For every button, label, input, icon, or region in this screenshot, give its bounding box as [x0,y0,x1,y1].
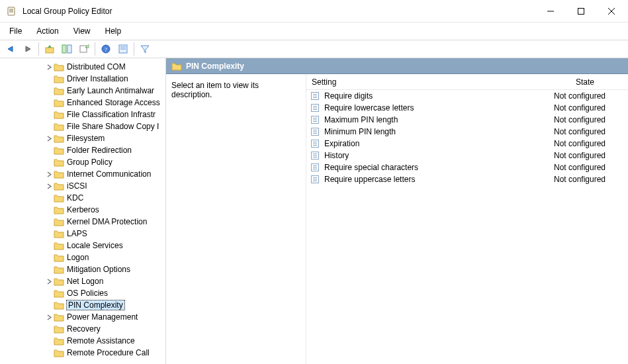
chevron-right-icon[interactable] [44,277,54,286]
show-hide-tree-button[interactable] [59,42,75,56]
chevron-right-icon[interactable] [44,181,54,191]
policy-icon [310,138,320,149]
tree-item[interactable]: Group Policy [0,156,165,168]
folder-icon [54,277,64,286]
folder-icon [54,158,64,167]
tree-pane[interactable]: Distributed COMDriver InstallationEarly … [0,58,166,364]
folder-icon [54,134,64,143]
main-split: Distributed COMDriver InstallationEarly … [0,58,628,364]
chevron-right-icon [44,98,54,107]
setting-row[interactable]: Require uppercase lettersNot configured [306,173,628,185]
tree-item-label: Early Launch Antimalwar [67,86,154,95]
column-header-state[interactable]: State [542,77,628,87]
chevron-right-icon[interactable] [44,312,54,322]
chevron-right-icon[interactable] [44,169,54,179]
setting-row[interactable]: Require digitsNot configured [306,90,628,102]
column-header-setting[interactable]: Setting [306,77,542,87]
tree-item-label: OS Policies [67,289,108,298]
menu-action[interactable]: Action [30,24,65,38]
maximize-button[interactable] [566,1,596,21]
folder-icon [54,74,64,83]
tree-item[interactable]: Remote Assistance [0,335,165,347]
setting-row[interactable]: Require lowercase lettersNot configured [306,102,628,114]
tree-item[interactable]: Locale Services [0,240,165,251]
folder-icon [54,86,64,95]
tree-item[interactable]: Kernel DMA Protection [0,216,165,228]
tree-item-label: Kernel DMA Protection [67,217,147,226]
tree-item[interactable]: Enhanced Storage Access [0,97,165,109]
filter-button[interactable] [137,42,153,56]
close-button[interactable] [596,1,627,21]
tree-item[interactable]: File Share Shadow Copy I [0,120,165,132]
chevron-right-icon [44,348,54,357]
menu-file[interactable]: File [3,24,28,38]
chevron-right-icon [44,336,54,345]
settings-column: Setting State Require digitsNot configur… [306,74,628,364]
policy-icon [310,162,320,173]
setting-row[interactable]: Require special charactersNot configured [306,161,628,173]
properties-button[interactable] [115,42,131,56]
menu-help[interactable]: Help [99,24,128,38]
details-header-title: PIN Complexity [186,62,244,71]
tree-item-label: Recovery [67,324,101,334]
setting-row[interactable]: Minimum PIN lengthNot configured [306,126,628,138]
tree-item-label: Distributed COM [67,62,126,71]
forward-button[interactable] [20,42,36,56]
back-button[interactable] [3,42,19,56]
chevron-right-icon [44,74,54,83]
tree-item[interactable]: Early Launch Antimalwar [0,85,165,97]
tree-item[interactable]: iSCSI [0,180,165,192]
tree-item[interactable]: Filesystem [0,132,165,144]
folder-icon [54,110,64,119]
setting-name: Expiration [324,139,542,148]
export-list-button[interactable] [76,42,92,56]
up-button[interactable] [42,42,58,56]
setting-name: Require lowercase letters [324,103,542,113]
details-header: PIN Complexity [166,58,628,74]
toolbar-sep [38,42,39,56]
tree-item-label: Kerberos [67,205,99,214]
tree-item[interactable]: Recovery [0,323,165,335]
svg-rect-10 [67,45,71,53]
tree-item[interactable]: Net Logon [0,275,165,287]
tree-item[interactable]: Remote Procedure Call [0,347,165,359]
tree-item[interactable]: KDC [0,192,165,204]
tree-item-label: Remote Assistance [67,336,135,345]
tree-item[interactable]: LAPS [0,228,165,240]
tree-item[interactable]: Kerberos [0,204,165,216]
setting-row[interactable]: HistoryNot configured [306,150,628,161]
setting-name: Require digits [324,91,542,101]
folder-icon [54,217,64,226]
setting-row[interactable]: ExpirationNot configured [306,138,628,150]
setting-state: Not configured [542,103,628,113]
tree-item[interactable]: Power Management [0,311,165,323]
folder-icon [54,265,64,274]
setting-row[interactable]: Maximum PIN lengthNot configured [306,114,628,126]
help-button[interactable]: ? [98,42,114,56]
folder-icon [54,169,64,179]
svg-rect-8 [46,48,54,53]
tree-item[interactable]: Driver Installation [0,73,165,85]
tree-item[interactable]: Logon [0,251,165,263]
setting-name: Require special characters [324,163,542,172]
tree-item[interactable]: PIN Complexity [0,299,165,311]
folder-icon [54,253,64,262]
tree-item[interactable]: Folder Redirection [0,144,165,156]
chevron-right-icon[interactable] [44,62,54,71]
folder-icon [54,300,64,310]
tree-item-label: Remote Procedure Call [67,348,150,357]
tree-item[interactable]: Internet Communication [0,168,165,180]
folder-icon [54,181,64,191]
folder-icon [54,146,64,155]
folder-icon [54,98,64,107]
tree-item[interactable]: File Classification Infrastr [0,109,165,120]
chevron-right-icon [44,300,54,310]
folder-icon [171,62,182,71]
minimize-button[interactable] [535,1,566,21]
chevron-right-icon[interactable] [44,134,54,143]
tree-item-label: Locale Services [67,241,123,250]
tree-item[interactable]: OS Policies [0,287,165,299]
menu-view[interactable]: View [67,24,97,38]
tree-item[interactable]: Distributed COM [0,61,165,73]
tree-item[interactable]: Mitigation Options [0,263,165,275]
